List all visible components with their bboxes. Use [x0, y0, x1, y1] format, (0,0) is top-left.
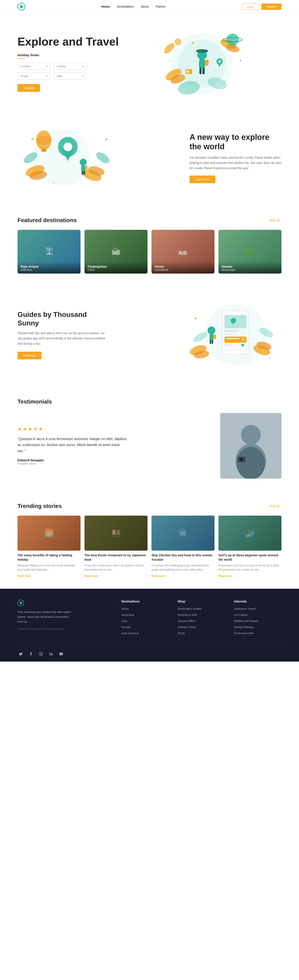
destination-card-0[interactable]: 🏝 Raja Ampat Indonesia	[17, 230, 81, 274]
dest-country-2: Switzerland	[154, 268, 212, 271]
svg-rect-63	[223, 348, 248, 351]
star-3: ★	[28, 426, 32, 432]
footer-link-europe[interactable]: Europe	[121, 625, 130, 629]
read-more-1[interactable]: Read more	[84, 574, 98, 578]
trending-view-all[interactable]: View all ›	[269, 504, 282, 508]
story-title-3: Surf's up at these beginner spots around…	[218, 553, 282, 562]
footer-link-special[interactable]: Special Offers	[178, 619, 196, 623]
finder-row-1: Location Activity	[17, 63, 122, 70]
instagram-icon[interactable]	[38, 651, 44, 657]
footer-link-wildlife[interactable]: Wildlife And Nature	[234, 619, 258, 623]
footer-link-pictorial[interactable]: Pictorial & Gifts	[178, 613, 197, 616]
footer-link-adventure[interactable]: Adventure Travel	[234, 607, 255, 610]
read-more-2[interactable]: Read more	[151, 574, 165, 578]
nav-home[interactable]: Home	[101, 5, 110, 8]
footer: Plan and book your perfect trip with exp…	[0, 589, 299, 662]
story-card-2[interactable]: 🏛 Skip Chichen Itza and head to this rem…	[151, 515, 215, 578]
footer-logo-inner	[20, 601, 22, 604]
hero-title: Explore and Travel	[17, 35, 122, 48]
stories-grid: 🌅 The many benefits of taking a healing …	[17, 515, 282, 578]
story-title-2: Skip Chichen Itza and head to this remot…	[151, 553, 215, 562]
destination-card-2[interactable]: 🏘 Vevey Switzerland	[151, 230, 215, 274]
footer-link-art[interactable]: Art Culture	[234, 613, 248, 616]
register-button[interactable]: Register	[261, 3, 282, 10]
svg-rect-65	[210, 334, 213, 340]
download-button[interactable]: Download	[17, 352, 41, 360]
main-nav: Home Destinations About Partner	[101, 5, 166, 8]
nav-partner[interactable]: Partner	[156, 5, 166, 8]
footer-link-faqs[interactable]: FAQs	[178, 632, 185, 635]
linkedin-icon[interactable]	[48, 651, 54, 657]
testimonials-section: Testimonials ★ ★ ★ ★ ★ "Quisque in lacus…	[0, 385, 299, 492]
activity-select[interactable]: Activity	[54, 63, 87, 70]
login-button[interactable]: Login	[242, 3, 259, 10]
hero-section: Explore and Travel Holiday finder Locati…	[0, 13, 299, 110]
svg-rect-43	[81, 165, 85, 171]
story-card-1[interactable]: 🍱 The best Kyoto restaurant to try Japan…	[84, 515, 148, 578]
svg-rect-45	[82, 171, 83, 175]
logo[interactable]	[17, 3, 25, 11]
footer-link-asia[interactable]: Asia	[121, 619, 127, 623]
story-text-0: Relaxing holidays are on the rise timely…	[17, 563, 81, 572]
svg-point-9	[227, 33, 239, 46]
facebook-icon[interactable]	[28, 651, 34, 657]
footer-link-food[interactable]: Food And Drink	[234, 632, 254, 635]
footer-link-antarctica[interactable]: Antarctica	[121, 613, 134, 616]
destinations-grid: 🏝 Raja Ampat Indonesia 🏔 Fanjingshan Chi…	[17, 230, 282, 274]
footer-shop-title: Shop	[178, 600, 225, 603]
svg-point-21	[218, 60, 221, 63]
svg-rect-61	[224, 344, 234, 346]
footer-link-latin[interactable]: Latin America	[121, 632, 138, 635]
dest-name-0: Raja Ampat	[21, 264, 78, 268]
footer-link-dest-guides[interactable]: Destination Guides	[178, 607, 202, 610]
testimonial-person-image	[220, 413, 282, 479]
learn-more-button[interactable]: Learn more	[189, 175, 215, 183]
finder-row-2: Grade Date	[17, 72, 122, 80]
footer-logo[interactable]	[17, 600, 113, 606]
youtube-icon[interactable]	[58, 651, 64, 657]
explore-button[interactable]: Explore	[17, 84, 40, 92]
footer-link-africa[interactable]: Africa	[121, 607, 129, 610]
grade-select[interactable]: Grade	[17, 72, 50, 80]
dest-overlay-2: Vevey Switzerland	[151, 261, 215, 274]
svg-rect-68	[212, 340, 213, 344]
new-way-right: A new way to explore the world For decad…	[189, 132, 282, 183]
svg-text:✦: ✦	[268, 356, 270, 360]
nav-destinations[interactable]: Destinations	[117, 5, 134, 8]
svg-text:★: ★	[194, 317, 197, 320]
location-select[interactable]: Location	[17, 63, 50, 70]
story-card-0[interactable]: 🌅 The many benefits of taking a healing …	[17, 515, 81, 578]
story-image-0: 🌅	[17, 515, 81, 550]
story-text-2: It's remote and challenging to get, but …	[151, 563, 215, 572]
read-more-3[interactable]: Read more	[218, 574, 232, 578]
twitter-icon[interactable]	[17, 651, 24, 657]
featured-view-all[interactable]: View all ›	[269, 219, 282, 222]
svg-point-11	[175, 38, 181, 45]
featured-section: Featured destinations View all › 🏝 Raja …	[0, 206, 299, 285]
story-image-2: 🏛	[151, 515, 215, 550]
destination-card-1[interactable]: 🏔 Fanjingshan China	[84, 230, 148, 274]
footer-link-family[interactable]: Family Holidays	[234, 625, 254, 629]
svg-text:★: ★	[105, 137, 108, 141]
svg-point-83	[240, 458, 243, 460]
destination-card-3[interactable]: 🌿 Skadar Montenegro	[218, 230, 282, 274]
read-more-0[interactable]: Read more	[17, 574, 31, 578]
dest-overlay-1: Fanjingshan China	[84, 261, 148, 274]
dest-country-0: Indonesia	[21, 268, 78, 271]
testimonial-stars: ★ ★ ★ ★ ★	[17, 426, 207, 432]
date-select[interactable]: Date	[54, 72, 87, 80]
testimonial-author: Edward Newgate	[17, 458, 207, 462]
footer-interests-title: Interests	[234, 600, 282, 603]
nav-about[interactable]: About	[141, 5, 149, 8]
footer-col-interests: Interests Adventure Travel Art Culture W…	[234, 600, 282, 637]
story-card-3[interactable]: 🏄 Surf's up at these beginner spots arou…	[218, 515, 282, 578]
footer-link-delivery[interactable]: Delivery Times	[178, 625, 196, 629]
svg-point-60	[242, 338, 245, 341]
footer-top: Plan and book your perfect trip with exp…	[17, 600, 282, 646]
svg-rect-56	[224, 330, 239, 332]
trending-header: Trending stories View all ›	[17, 503, 282, 509]
story-placeholder-3: 🏄	[218, 515, 282, 550]
new-way-title: A new way to explore the world	[189, 132, 282, 151]
testimonial-role: Founder Circle	[17, 462, 207, 465]
svg-rect-67	[210, 340, 211, 344]
